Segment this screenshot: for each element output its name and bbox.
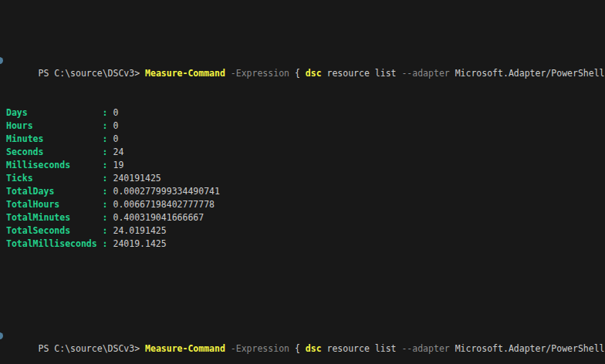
property-name: TotalHours bbox=[6, 198, 97, 211]
property-row: Milliseconds : 19 bbox=[6, 159, 605, 172]
command-line: PS C:\source\DSCv3> Measure-Command -Exp… bbox=[6, 54, 605, 67]
command-token: resource list bbox=[322, 68, 402, 79]
command-token: Measure-Command bbox=[145, 343, 225, 354]
command-text: PS C:\source\DSCv3> Measure-Command -Exp… bbox=[39, 68, 605, 79]
property-value: 0.000277999334490741 bbox=[113, 186, 219, 197]
property-separator: : bbox=[97, 225, 113, 236]
command-token: PS C:\source\DSCv3> bbox=[39, 343, 145, 354]
command-token: Measure-Command bbox=[145, 68, 225, 79]
command-token: { bbox=[289, 68, 306, 79]
command-output: Days : 0Hours : 0Minutes : 0Seconds : 24… bbox=[6, 106, 605, 251]
command-token: --adapter bbox=[401, 343, 449, 354]
property-value: 0 bbox=[113, 107, 118, 118]
command-decoration-icon[interactable] bbox=[0, 332, 3, 339]
property-name: Seconds bbox=[6, 146, 97, 159]
property-separator: : bbox=[97, 147, 113, 157]
property-separator: : bbox=[97, 212, 113, 223]
property-separator: : bbox=[97, 173, 113, 184]
property-row: TotalDays : 0.000277999334490741 bbox=[6, 185, 605, 198]
property-row: Seconds : 24 bbox=[6, 146, 605, 159]
command-token: resource list bbox=[322, 343, 402, 354]
property-name: Minutes bbox=[6, 133, 97, 146]
command-token: dsc bbox=[306, 343, 322, 354]
command-block: PS C:\source\DSCv3> Measure-Command -Exp… bbox=[6, 28, 605, 277]
property-separator: : bbox=[97, 186, 113, 197]
property-name: TotalDays bbox=[6, 185, 97, 198]
property-name: Milliseconds bbox=[6, 159, 97, 172]
property-value: 0 bbox=[113, 120, 118, 131]
property-row: Hours : 0 bbox=[6, 120, 605, 133]
property-row: Ticks : 240191425 bbox=[6, 172, 605, 185]
command-token: dsc bbox=[306, 68, 322, 79]
property-separator: : bbox=[97, 107, 113, 118]
command-token: -Expression bbox=[231, 343, 289, 354]
property-separator: : bbox=[97, 199, 113, 210]
property-value: 0.400319041666667 bbox=[113, 212, 204, 223]
property-row: TotalHours : 0.00667198402777778 bbox=[6, 198, 605, 211]
command-token: --adapter bbox=[401, 68, 449, 79]
property-separator: : bbox=[97, 160, 113, 170]
property-row: TotalMilliseconds : 24019.1425 bbox=[6, 238, 605, 251]
property-value: 19 bbox=[113, 160, 123, 170]
property-value: 0 bbox=[113, 133, 118, 144]
property-separator: : bbox=[97, 238, 113, 249]
property-name: TotalSeconds bbox=[6, 224, 97, 238]
command-token: -Expression bbox=[231, 68, 289, 79]
command-decoration-icon[interactable] bbox=[0, 57, 3, 64]
property-name: Days bbox=[6, 106, 97, 120]
property-value: 0.00667198402777778 bbox=[113, 199, 215, 210]
command-token: PS C:\source\DSCv3> bbox=[39, 68, 145, 79]
property-name: Hours bbox=[6, 120, 97, 133]
property-row: Days : 0 bbox=[6, 106, 605, 120]
property-value: 24.0191425 bbox=[113, 225, 166, 236]
property-separator: : bbox=[97, 120, 113, 131]
property-value: 24019.1425 bbox=[113, 238, 166, 249]
powershell-terminal: PS C:\source\DSCv3> Measure-Command -Exp… bbox=[0, 0, 605, 364]
command-block: PS C:\source\DSCv3> Measure-Command -Exp… bbox=[6, 303, 605, 364]
property-value: 240191425 bbox=[113, 173, 161, 184]
property-row: TotalMinutes : 0.400319041666667 bbox=[6, 211, 605, 224]
property-row: Minutes : 0 bbox=[6, 133, 605, 146]
property-name: TotalMilliseconds bbox=[6, 238, 97, 251]
property-name: TotalMinutes bbox=[6, 211, 97, 224]
property-row: TotalSeconds : 24.0191425 bbox=[6, 224, 605, 238]
command-line: PS C:\source\DSCv3> Measure-Command -Exp… bbox=[6, 329, 605, 342]
command-text: PS C:\source\DSCv3> Measure-Command -Exp… bbox=[39, 343, 605, 354]
command-token bbox=[225, 343, 231, 354]
property-separator: : bbox=[97, 133, 113, 144]
command-token: { bbox=[289, 343, 306, 354]
property-value: 24 bbox=[113, 147, 123, 157]
property-name: Ticks bbox=[6, 172, 97, 185]
command-token: Microsoft.Adapter/PowerShell } bbox=[450, 68, 605, 79]
command-token bbox=[225, 68, 231, 79]
command-token: Microsoft.Adapter/PowerShell } bbox=[450, 343, 605, 354]
